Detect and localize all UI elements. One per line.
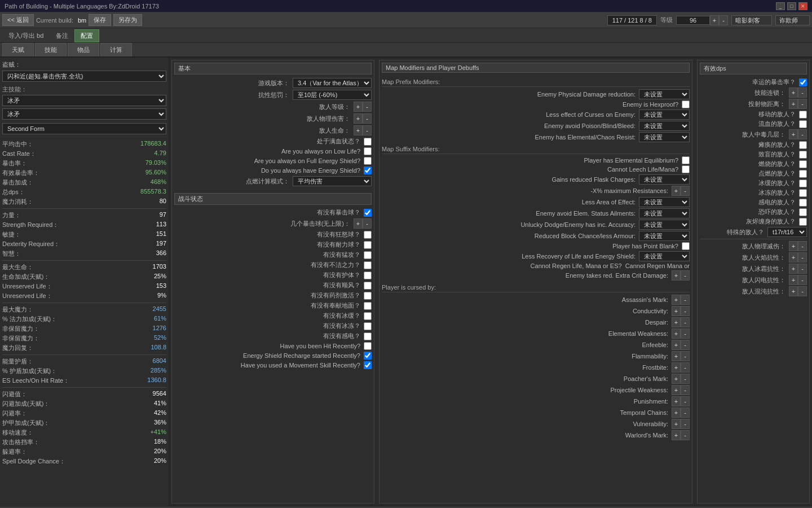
elem-weakness-plus[interactable]: + [672,329,681,339]
punishment-minus[interactable]: - [681,396,690,406]
tab-calculate[interactable]: 计算 [100,43,132,56]
flask-checkbox[interactable] [364,292,372,300]
enemy-phys-dmg-plus[interactable]: + [354,113,363,124]
conductivity-minus[interactable]: - [681,306,690,316]
shock-checkbox[interactable] [364,332,372,340]
full-es-checkbox[interactable] [364,157,372,165]
save-button[interactable]: 保存 [89,14,111,26]
tailwind-checkbox[interactable] [364,282,372,290]
tab-config[interactable]: 配置 [74,29,99,42]
avoid-ailment2-select[interactable]: 未设置 [639,208,690,218]
calc-mode-select[interactable]: 平均伤害 [293,176,372,186]
shocked-enemy-checkbox[interactable] [799,199,807,207]
enemy-life-plus[interactable]: + [354,125,363,135]
reduced-block-select[interactable]: 未设置 [639,231,690,241]
save-as-button[interactable]: 另存为 [113,14,142,26]
enemy-fire-resist-minus[interactable]: - [798,252,807,262]
have-es-checkbox[interactable] [364,167,372,174]
enemy-lightning-resist-plus[interactable]: + [789,275,798,285]
moving-enemy-checkbox[interactable] [799,111,807,119]
frozen-enemy-checkbox[interactable] [799,189,807,197]
chill-checkbox[interactable] [364,312,372,320]
poison-stacks-plus[interactable]: + [789,129,798,139]
enemy-life-minus[interactable]: - [363,125,372,135]
proj-weakness-minus[interactable]: - [681,385,690,395]
es-recharge-checkbox[interactable] [364,352,372,360]
poachers-mark-plus[interactable]: + [672,374,681,384]
less-area-select[interactable]: 未设置 [639,197,690,207]
tab-import-export[interactable]: 导入/导出 bd [2,29,50,42]
blinded-enemy-checkbox[interactable] [799,151,807,159]
tab-skills[interactable]: 技能 [35,43,67,56]
frostbite-plus[interactable]: + [672,362,681,373]
enfeeble-minus[interactable]: - [681,340,690,350]
flammability-plus[interactable]: + [672,351,681,361]
enemy-cold-resist-plus[interactable]: + [789,264,798,274]
enemy-level-plus[interactable]: + [354,102,363,112]
assassins-mark-plus[interactable]: + [672,295,681,305]
enemy-phys-reduce2-minus[interactable]: - [798,241,807,251]
main-skill-select1[interactable]: 冰矛 [2,95,166,106]
window-controls[interactable]: _ □ ✕ [776,2,807,10]
power-charge-minus[interactable]: - [363,218,372,229]
conductivity-plus[interactable]: + [672,306,681,316]
level-plus[interactable]: + [710,15,719,25]
special-enemy-select[interactable]: t17r/t16 [767,227,807,237]
tab-talent[interactable]: 天赋 [2,43,34,56]
enemy-phys-reduce-select[interactable]: 未设置 [639,89,690,99]
frostbite-minus[interactable]: - [681,362,690,373]
move-skill-checkbox[interactable] [364,361,372,369]
skill-effect-select[interactable]: 闪和近(超知.暴击伤害.全坑) [2,71,166,82]
ash-enemy-checkbox[interactable] [799,218,807,226]
enemy-chaos-resist-minus[interactable]: - [798,286,807,296]
proj-weakness-plus[interactable]: + [672,385,681,395]
back-button[interactable]: << 返回 [2,14,34,26]
level-value[interactable]: 96 [676,16,710,25]
burning-enemy-checkbox[interactable] [799,160,807,168]
warlords-mark-plus[interactable]: + [672,430,681,440]
close-btn[interactable]: ✕ [798,2,807,10]
low-life-checkbox[interactable] [364,147,372,155]
level-minus[interactable]: - [719,15,728,25]
elem-weakness-minus[interactable]: - [681,329,690,339]
game-version-select[interactable]: 3.4（Var for the Atlas） [293,78,372,88]
flask-charges-select[interactable]: 未设置 [639,174,690,185]
enemy-phys-reduce2-plus[interactable]: + [789,241,798,251]
poachers-mark-minus[interactable]: - [681,374,690,384]
despair-minus[interactable]: - [681,317,690,327]
class-dropdown[interactable]: 暗影刺客 [731,15,772,25]
warlords-mark-minus[interactable]: - [681,430,690,440]
maximize-btn[interactable]: □ [787,2,796,10]
unlucky-dodge-select[interactable]: 未设置 [639,220,690,230]
chilled-enemy-checkbox[interactable] [799,179,807,187]
intimidated-enemy-checkbox[interactable] [799,208,807,216]
power-charge-plus[interactable]: + [354,218,363,229]
flammability-minus[interactable]: - [681,351,690,361]
temporal-chains-minus[interactable]: - [681,408,690,418]
frenzy-checkbox[interactable] [364,231,372,239]
elem-equil-checkbox[interactable] [682,156,690,164]
enemy-cold-resist-minus[interactable]: - [798,264,807,274]
less-curse-effect-select[interactable]: 未设置 [639,110,690,120]
assassins-mark-minus[interactable]: - [681,295,690,305]
punishment-plus[interactable]: + [672,396,681,406]
enemy-fire-resist-plus[interactable]: + [789,252,798,262]
chain-plus[interactable]: + [789,87,798,98]
form-select[interactable]: Second Form [2,123,166,134]
full-life-checkbox[interactable] [364,138,372,146]
point-blank-checkbox[interactable] [682,242,690,250]
enfeeble-plus[interactable]: + [672,340,681,350]
enemy-lightning-resist-minus[interactable]: - [798,275,807,285]
onslaught-checkbox[interactable] [364,251,372,259]
enemy-phys-dmg-minus[interactable]: - [363,113,372,124]
main-skill-select2[interactable]: 冰矛 [2,108,166,120]
ascendancy-dropdown[interactable]: 诈欺师 [775,15,810,25]
poison-stacks-minus[interactable]: - [798,129,807,139]
bleeding-enemy-checkbox[interactable] [799,120,807,128]
temporal-chains-plus[interactable]: + [672,408,681,418]
cannot-leech-checkbox[interactable] [682,165,690,173]
proj-dist-plus[interactable]: + [789,99,798,109]
vulnerability-plus[interactable]: + [672,419,681,429]
endurance-checkbox[interactable] [364,241,372,249]
max-resist-minus[interactable]: - [681,186,690,196]
